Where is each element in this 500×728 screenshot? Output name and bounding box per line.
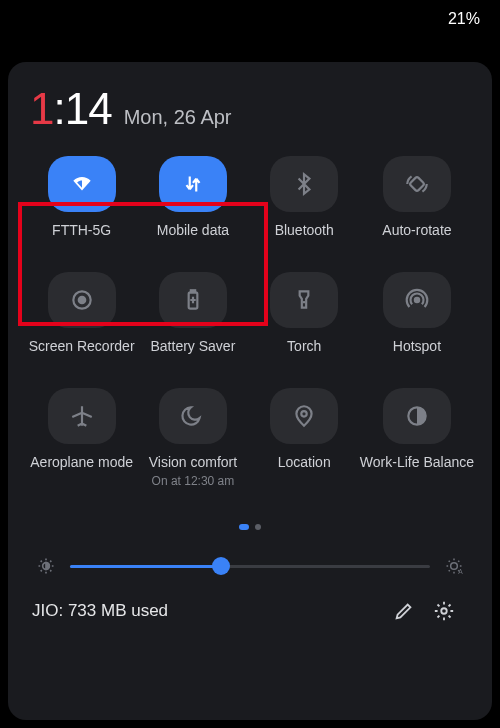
tile-vision-comfort[interactable]: Vision comfort On at 12:30 am: [137, 388, 248, 488]
clock-hour: 1: [30, 84, 53, 133]
settings-button[interactable]: [424, 600, 464, 622]
svg-rect-0: [409, 176, 424, 191]
tile-label: Battery Saver: [151, 338, 236, 354]
vision-comfort-icon: [159, 388, 227, 444]
brightness-row: A: [26, 554, 474, 578]
svg-point-6: [415, 298, 419, 302]
svg-rect-4: [191, 290, 195, 292]
quick-settings-panel: 1:14 Mon, 26 Apr FTTH-5G Mobile data Blu…: [8, 62, 492, 720]
tile-sublabel: On at 12:30 am: [152, 474, 235, 488]
bluetooth-icon: [270, 156, 338, 212]
brightness-auto-icon: A: [444, 556, 464, 576]
tile-battery-saver[interactable]: Battery Saver: [137, 272, 248, 354]
tile-label: Vision comfort: [149, 454, 237, 470]
tile-label: Hotspot: [393, 338, 441, 354]
tile-label: Auto-rotate: [382, 222, 451, 238]
tile-auto-rotate[interactable]: Auto-rotate: [360, 156, 474, 238]
battery-saver-icon: [159, 272, 227, 328]
tile-label: Aeroplane mode: [30, 454, 133, 470]
tile-mobile-data[interactable]: Mobile data: [137, 156, 248, 238]
status-bar: 21%: [0, 0, 500, 38]
tile-label: Work-Life Balance: [360, 454, 474, 470]
screen-recorder-icon: [48, 272, 116, 328]
tiles-grid: FTTH-5G Mobile data Bluetooth Auto-rotat…: [26, 156, 474, 488]
slider-fill: [70, 565, 221, 568]
work-life-balance-icon: [383, 388, 451, 444]
tile-aeroplane-mode[interactable]: Aeroplane mode: [26, 388, 137, 488]
airplane-icon: [48, 388, 116, 444]
svg-point-12: [441, 608, 447, 614]
tile-label: Screen Recorder: [29, 338, 135, 354]
tile-location[interactable]: Location: [249, 388, 360, 488]
pager-dot: [255, 524, 261, 530]
tile-label: Bluetooth: [275, 222, 334, 238]
wifi-icon: [48, 156, 116, 212]
clock-minute: 14: [65, 84, 112, 133]
brightness-slider[interactable]: [70, 554, 430, 578]
page-indicator: [26, 524, 474, 530]
data-usage-label[interactable]: JIO: 733 MB used: [32, 601, 384, 621]
svg-text:A: A: [458, 568, 463, 575]
auto-rotate-icon: [383, 156, 451, 212]
hotspot-icon: [383, 272, 451, 328]
tile-work-life-balance[interactable]: Work-Life Balance: [360, 388, 474, 488]
location-icon: [270, 388, 338, 444]
svg-point-7: [301, 411, 306, 416]
panel-footer: JIO: 733 MB used: [26, 600, 474, 622]
tile-label: Torch: [287, 338, 321, 354]
clock-row: 1:14 Mon, 26 Apr: [26, 84, 474, 134]
svg-point-10: [451, 563, 458, 570]
tile-label: Location: [278, 454, 331, 470]
tile-label: FTTH-5G: [52, 222, 111, 238]
mobile-data-icon: [159, 156, 227, 212]
clock: 1:14: [30, 84, 112, 134]
battery-percent: 21%: [448, 10, 480, 28]
svg-point-2: [78, 297, 85, 304]
edit-button[interactable]: [384, 600, 424, 622]
pager-dot-active: [239, 524, 249, 530]
tile-torch[interactable]: Torch: [249, 272, 360, 354]
tile-hotspot[interactable]: Hotspot: [360, 272, 474, 354]
tile-label: Mobile data: [157, 222, 229, 238]
tile-wifi[interactable]: FTTH-5G: [26, 156, 137, 238]
torch-icon: [270, 272, 338, 328]
slider-thumb[interactable]: [212, 557, 230, 575]
brightness-low-icon: [36, 556, 56, 576]
tile-screen-recorder[interactable]: Screen Recorder: [26, 272, 137, 354]
date-label: Mon, 26 Apr: [124, 106, 232, 129]
tile-bluetooth[interactable]: Bluetooth: [249, 156, 360, 238]
